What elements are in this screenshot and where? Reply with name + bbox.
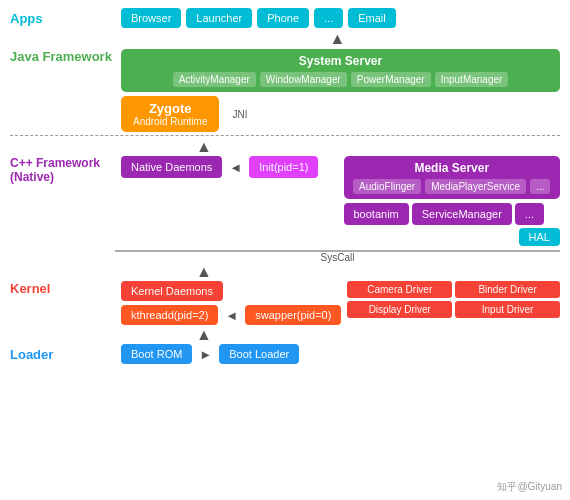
kernel-content: Kernel Daemons kthreadd(pid=2) ◄ swapper… [121,281,560,325]
cpp-to-kernel-arrow: ▲ [10,264,560,280]
kernel-label: Kernel [10,281,115,296]
kernel-daemons-box: Kernel Daemons [121,281,223,301]
java-framework-layer: Java Framework System Server ActivityMan… [10,49,560,132]
hal-row: HAL [344,228,561,246]
system-server-title: System Server [129,54,552,68]
media-dots: ... [530,179,550,194]
android-architecture-diagram: Apps Browser Launcher Phone ... Email ▲ … [0,0,570,500]
bootanim-row: bootanim ServiceManager ... [344,203,561,225]
loader-arrow: ► [199,347,212,362]
cpp-left: Native Daemons ◄ Init(pid=1) [121,156,338,182]
zygote-title: Zygote [133,101,207,116]
kernel-layer: Kernel Kernel Daemons kthreadd(pid=2) ◄ … [10,281,560,325]
activity-manager: ActivityManager [173,72,256,87]
window-manager: WindowManager [260,72,347,87]
init-box: Init(pid=1) [249,156,318,178]
display-driver: Display Driver [347,301,452,318]
swapper-box: swapper(pid=0) [245,305,341,325]
input-driver: Input Driver [455,301,560,318]
phone-box: Phone [257,8,309,28]
kernel-daemons-row: Kernel Daemons [121,281,341,301]
arrow-left-1: ◄ [229,160,242,175]
java-framework-content: System Server ActivityManager WindowMana… [121,49,560,132]
email-box: Email [348,8,396,28]
media-server-box: Media Server AudioFlinger MediaPlayerSer… [344,156,561,199]
media-server-title: Media Server [352,161,553,175]
browser-box: Browser [121,8,181,28]
apps-to-java-arrow: ▲ [10,31,560,47]
media-player-service: MediaPlayerService [425,179,526,194]
zygote-box: Zygote Android Runtime [121,96,219,132]
kthreadd-row: kthreadd(pid=2) ◄ swapper(pid=0) [121,305,341,325]
syscall-row: SysCall [10,248,560,263]
zygote-subtitle: Android Runtime [133,116,207,127]
jni-label: JNI [232,109,247,120]
loader-layer: Loader Boot ROM ► Boot Loader [10,344,560,364]
loader-label: Loader [10,347,115,362]
apps-content: Browser Launcher Phone ... Email [121,8,560,28]
cpp-framework-content: Native Daemons ◄ Init(pid=1) Media Serve… [121,156,560,246]
service-manager-box: ServiceManager [412,203,512,225]
power-manager: PowerManager [351,72,431,87]
dashed-separator-1 [10,135,560,136]
kernel-to-loader-arrow: ▲ [10,327,560,343]
media-server-items: AudioFlinger MediaPlayerService ... [352,179,553,194]
dots-box: ... [314,8,343,28]
native-daemons-row: Native Daemons ◄ Init(pid=1) [121,156,338,178]
boot-row: Boot ROM ► Boot Loader [121,344,560,364]
kernel-left: Kernel Daemons kthreadd(pid=2) ◄ swapper… [121,281,341,325]
hal-box: HAL [519,228,560,246]
cpp-framework-layer: C++ Framework (Native) Native Daemons ◄ … [10,156,560,246]
apps-layer: Apps Browser Launcher Phone ... Email [10,8,560,28]
apps-row: Browser Launcher Phone ... Email [121,8,560,28]
cpp-right: Media Server AudioFlinger MediaPlayerSer… [344,156,561,246]
kthreadd-box: kthreadd(pid=2) [121,305,218,325]
zygote-row: Zygote Android Runtime JNI [121,96,560,132]
kernel-arrow: ◄ [225,308,238,323]
apps-label: Apps [10,11,115,26]
boot-loader-box: Boot Loader [219,344,299,364]
java-to-cpp-arrow: ▲ [10,139,560,155]
boot-rom-box: Boot ROM [121,344,192,364]
watermark: 知乎@Gityuan [497,480,562,494]
launcher-box: Launcher [186,8,252,28]
java-framework-label: Java Framework [10,49,115,64]
cpp-dots-box: ... [515,203,544,225]
driver-grid: Camera Driver Binder Driver Display Driv… [347,281,560,318]
cpp-framework-label: C++ Framework (Native) [10,156,115,184]
camera-driver: Camera Driver [347,281,452,298]
binder-driver: Binder Driver [455,281,560,298]
system-server-items: ActivityManager WindowManager PowerManag… [129,72,552,87]
syscall-label: SysCall [115,252,560,263]
native-daemons-box: Native Daemons [121,156,222,178]
loader-content: Boot ROM ► Boot Loader [121,344,560,364]
kernel-right: Camera Driver Binder Driver Display Driv… [347,281,560,318]
bootanim-box: bootanim [344,203,409,225]
audio-flinger: AudioFlinger [353,179,421,194]
input-manager: InputManager [435,72,509,87]
system-server-box: System Server ActivityManager WindowMana… [121,49,560,92]
